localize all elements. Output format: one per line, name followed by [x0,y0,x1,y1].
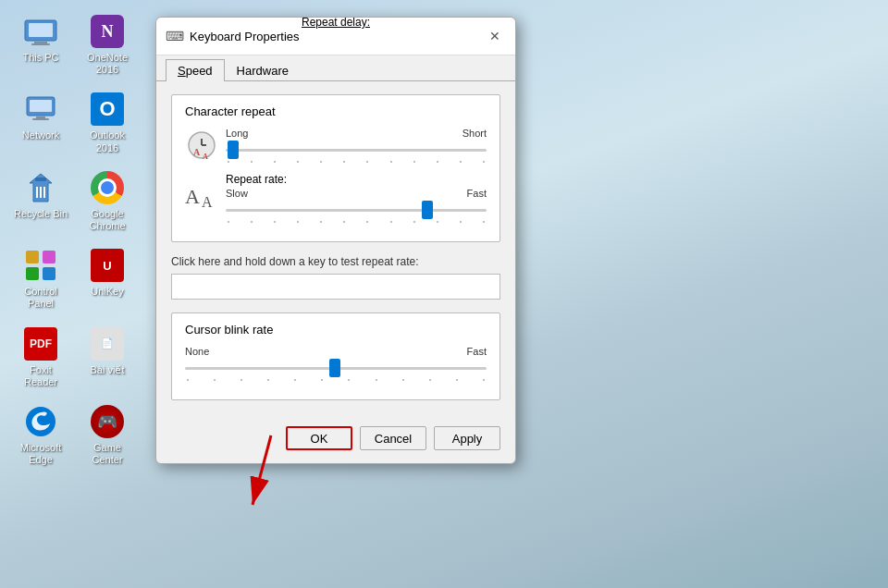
svg-rect-1 [29,23,53,37]
dialog-content: Character repeat A A [156,81,515,426]
repeat-rate-slider[interactable] [226,201,487,219]
repeat-rate-label: Repeat rate: [226,173,287,186]
cursor-blink-slider[interactable] [185,359,487,377]
repeat-rate-icon: A A [185,181,218,214]
repeat-delay-short-label: Short [462,128,487,139]
cursor-blink-title: Cursor blink rate [185,323,487,337]
edge-label: Microsoft Edge [13,442,68,466]
desktop-icon-thispc[interactable]: This PC [9,9,72,80]
svg-text:A: A [203,153,208,161]
desktop-icon-chrome[interactable]: Google Chrome [76,165,139,236]
repeat-rate-slow-label: Slow [226,188,248,199]
baiviet-label: Bài viết [91,364,125,376]
svg-rect-14 [43,251,56,263]
svg-rect-9 [35,178,46,181]
dialog-title: Keyboard Properties [190,30,300,43]
svg-point-17 [26,407,56,436]
blink-fast-label: Fast [467,346,487,357]
desktop-icon-unikey[interactable]: U UniKey [76,243,139,313]
desktop-icon-network[interactable]: Network [9,87,72,157]
desktop-icon-outlook[interactable]: O Outlook 2016 [76,87,139,157]
test-repeat-input[interactable] [171,274,500,300]
tab-speed[interactable]: Speed [166,59,225,81]
test-area-label: Click here and hold down a key to test r… [171,255,500,268]
repeat-delay-slider[interactable] [226,141,487,159]
recycle-label: Recycle Bin [14,208,68,220]
desktop-icon-gamecenter[interactable]: 🎮 Game Center [76,399,139,470]
svg-rect-3 [31,43,50,45]
cursor-blink-section: Cursor blink rate None Fast [171,312,500,400]
desktop-icon-edge[interactable]: Microsoft Edge [9,399,72,470]
outlook-label: Outlook 2016 [80,129,135,153]
dialog-close-button[interactable]: ✕ [484,25,506,47]
svg-text:A: A [185,185,200,208]
tab-speed-label: peed [186,64,213,78]
dialog-buttons: OK Cancel Apply [156,426,515,463]
svg-rect-13 [26,251,39,263]
tab-hardware[interactable]: Hardware [225,59,301,81]
repeat-rate-slider-area: Repeat rate: Slow Fast [226,172,487,223]
gamecenter-label: Game Center [80,442,135,466]
network-label: Network [22,129,59,141]
keyboard-properties-dialog: ⌨ Keyboard Properties ✕ Speed Hardware C… [155,17,516,464]
desktop: This PC N OneNote 2016 [0,0,888,588]
repeat-delay-label-text: Repeat delay: [302,16,370,29]
keyboard-icon: ⌨ [166,29,184,43]
dialog-tabs: Speed Hardware [156,55,515,81]
desktop-icon-baiviet[interactable]: 📄 Bài viết [76,322,139,392]
desktop-icon-onenote[interactable]: N OneNote 2016 [76,9,139,80]
repeat-delay-long-label: Long [226,128,248,139]
test-area-container: Click here and hold down a key to test r… [171,255,500,300]
svg-text:A: A [193,147,201,157]
controlpanel-label: Control Panel [13,286,68,310]
thispc-label: This PC [22,52,58,64]
foxit-label: Foxit Reader [13,364,68,388]
cancel-button[interactable]: Cancel [360,426,426,450]
desktop-icon-recycle[interactable]: Recycle Bin [9,165,72,236]
onenote-label: OneNote 2016 [87,52,128,76]
character-repeat-title: Character repeat [185,104,487,118]
svg-rect-7 [32,118,49,120]
chrome-label: Google Chrome [80,208,135,232]
repeat-delay-icon: A A [185,129,218,162]
cursor-blink-row: None Fast [185,346,487,381]
desktop-icon-foxit[interactable]: PDF Foxit Reader [9,322,72,392]
svg-rect-15 [26,267,39,280]
blink-none-label: None [185,346,209,357]
cursor-blink-slider-area: None Fast [185,346,487,381]
repeat-delay-slider-area: Long Repeat delay: Short [226,128,487,163]
svg-text:A: A [202,194,213,210]
svg-rect-5 [30,100,52,112]
apply-button[interactable]: Apply [434,426,500,450]
desktop-icon-controlpanel[interactable]: Control Panel [9,243,72,313]
character-repeat-section: Character repeat A A [171,94,500,242]
tab-hardware-label: Hardware [237,64,289,78]
repeat-rate-fast-label: Fast [467,188,487,199]
unikey-label: UniKey [91,286,123,298]
repeat-delay-row: A A Long Repeat delay: Short [185,128,487,163]
ok-button[interactable]: OK [286,426,352,450]
desktop-icons-area: This PC N OneNote 2016 [0,0,148,588]
repeat-rate-row: A A Repeat rate: Slow Fast [185,172,487,223]
svg-rect-16 [43,267,56,280]
